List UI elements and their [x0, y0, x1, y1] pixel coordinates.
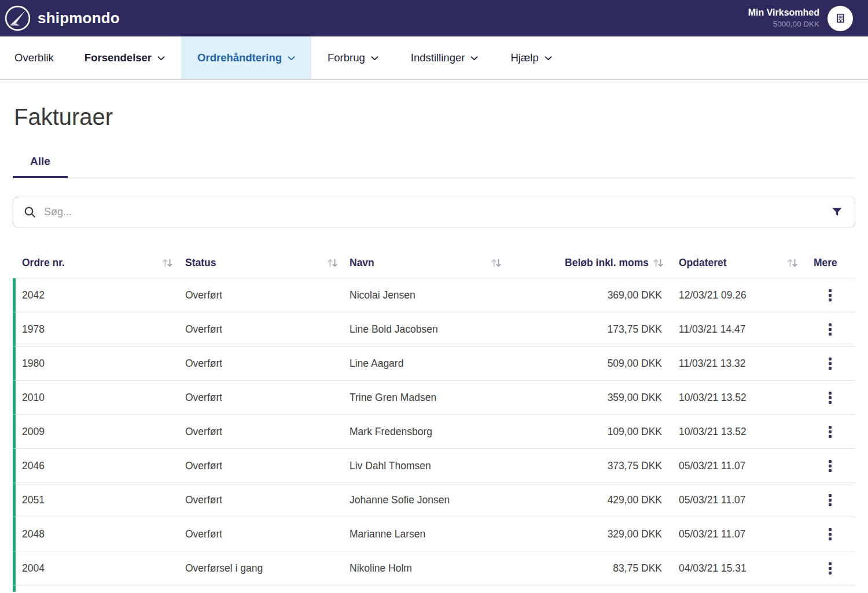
row-more-button[interactable]: [822, 319, 838, 340]
row-more-button[interactable]: [822, 422, 838, 442]
cell-updated: 11/03/21 13.32: [665, 358, 804, 370]
cell-amount: 373,75 DKK: [509, 460, 665, 472]
cell-amount: 173,75 DKK: [509, 323, 665, 336]
column-header-order_no[interactable]: Ordre nr.: [13, 257, 185, 269]
nav-item-forsendelser[interactable]: Forsendelser: [68, 36, 181, 79]
row-more-button[interactable]: [822, 456, 838, 476]
filter-icon: [832, 208, 842, 216]
cell-order_no: 2046: [16, 460, 185, 472]
cell-status: Overført: [185, 392, 350, 404]
cell-order_no: 2009: [16, 426, 185, 438]
table-row[interactable]: 2046OverførtLiv Dahl Thomsen373,75 DKK05…: [13, 449, 855, 483]
cell-updated: 12/03/21 09.26: [665, 289, 804, 301]
nav-item-label: Overblik: [14, 51, 54, 64]
table-row[interactable]: 1978OverførtLine Bold Jacobsen173,75 DKK…: [13, 312, 855, 347]
account-balance: 5000,00 DKK: [748, 20, 819, 30]
cell-amount: 359,00 DKK: [509, 392, 665, 404]
cell-order_no: 2048: [16, 528, 185, 540]
invoices-table: Ordre nr.StatusNavnBeløb inkl. momsOpdat…: [13, 248, 855, 592]
cell-name: Nicolai Jensen: [350, 289, 509, 301]
cell-order_no: 2010: [16, 392, 185, 404]
row-more-button[interactable]: [822, 490, 838, 510]
filter-button[interactable]: [830, 205, 844, 219]
sort-icon[interactable]: [652, 257, 664, 268]
cell-more: [804, 285, 855, 305]
cell-name: Johanne Sofie Jonsen: [350, 494, 509, 506]
cell-more: [804, 490, 855, 510]
chevron-down-icon: [157, 56, 165, 61]
table-row[interactable]: 2009OverførtMark Fredensborg109,00 DKK10…: [13, 415, 855, 449]
chevron-down-icon: [371, 56, 378, 61]
chevron-down-icon: [288, 56, 295, 61]
column-header-label: Status: [185, 257, 216, 269]
nav-item-overblik[interactable]: Overblik: [0, 36, 68, 79]
kebab-menu-icon: [828, 459, 832, 473]
column-header-amount[interactable]: Beløb inkl. moms: [509, 257, 665, 269]
cell-more: [804, 456, 855, 476]
column-header-label: Ordre nr.: [22, 257, 65, 269]
cell-order_no: 2051: [16, 494, 185, 506]
cell-amount: 509,00 DKK: [509, 358, 665, 370]
table-row[interactable]: 2010OverførtTrine Gren Madsen359,00 DKK1…: [13, 381, 855, 415]
cell-updated: 10/03/21 13.52: [665, 392, 804, 404]
kebab-menu-icon: [828, 562, 832, 575]
nav-item-label: Forbrug: [328, 51, 365, 64]
cell-status: Overført: [185, 289, 350, 301]
kebab-menu-icon: [828, 323, 832, 336]
cell-amount: 83,75 DKK: [509, 562, 665, 574]
cell-name: Line Bold Jacobsen: [350, 323, 509, 336]
table-header: Ordre nr.StatusNavnBeløb inkl. momsOpdat…: [13, 248, 855, 278]
nav-item-hjaelp[interactable]: Hjælp: [494, 36, 568, 79]
table-row-partial: [13, 585, 855, 592]
row-more-button[interactable]: [822, 353, 838, 374]
nav-item-ordrehandtering[interactable]: Ordrehåndtering: [181, 36, 311, 79]
sort-icon[interactable]: [490, 257, 502, 268]
row-more-button[interactable]: [822, 558, 838, 579]
chevron-down-icon: [470, 56, 478, 61]
cell-more: [804, 388, 855, 408]
table-row[interactable]: 2042OverførtNicolai Jensen369,00 DKK12/0…: [13, 278, 855, 312]
nav-item-forbrug[interactable]: Forbrug: [311, 36, 395, 79]
nav-item-label: Indstillinger: [411, 51, 465, 64]
chevron-down-icon: [545, 56, 552, 61]
kebab-menu-icon: [828, 357, 832, 370]
account-name: Min Virksomhed: [748, 7, 819, 19]
cell-updated: 05/03/21 11.07: [665, 528, 804, 540]
cell-updated: 05/03/21 11.07: [665, 460, 804, 472]
table-row[interactable]: 2004Overførsel i gangNikoline Holm83,75 …: [13, 551, 855, 585]
search-bar: [13, 197, 855, 227]
search-input[interactable]: [43, 205, 830, 219]
cell-amount: 329,00 DKK: [509, 528, 665, 540]
sort-icon[interactable]: [786, 257, 799, 268]
row-more-button[interactable]: [822, 524, 838, 544]
cell-name: Mark Fredensborg: [350, 426, 509, 438]
topbar: shipmondo Min Virksomhed 5000,00 DKK: [0, 0, 868, 36]
cell-order_no: 2004: [16, 562, 185, 574]
cell-status: Overført: [185, 528, 350, 540]
sort-icon[interactable]: [161, 257, 174, 268]
table-row[interactable]: 1980OverførtLine Aagard509,00 DKK11/03/2…: [13, 347, 855, 381]
nav-item-label: Forsendelser: [84, 51, 152, 64]
column-header-label: Beløb inkl. moms: [565, 257, 649, 269]
cell-more: [804, 353, 855, 374]
cell-updated: 05/03/21 11.07: [665, 494, 804, 506]
column-header-name[interactable]: Navn: [350, 257, 509, 269]
table-row[interactable]: 2048OverførtMarianne Larsen329,00 DKK05/…: [13, 517, 855, 551]
row-more-button[interactable]: [822, 285, 838, 305]
tab-alle[interactable]: Alle: [13, 146, 68, 178]
account-avatar-button[interactable]: [827, 6, 853, 31]
kebab-menu-icon: [828, 425, 832, 439]
page-title: Fakturaer: [14, 104, 855, 130]
cell-updated: 04/03/21 15.31: [665, 562, 804, 574]
shipmondo-logo-icon: [5, 5, 31, 31]
kebab-menu-icon: [828, 493, 832, 507]
column-header-status[interactable]: Status: [185, 257, 350, 269]
column-header-label: Mere: [814, 257, 837, 269]
nav-item-indstillinger[interactable]: Indstillinger: [395, 36, 495, 79]
kebab-menu-icon: [828, 528, 832, 541]
row-more-button[interactable]: [822, 388, 838, 408]
sort-icon[interactable]: [326, 257, 339, 268]
column-header-updated[interactable]: Opdateret: [665, 257, 804, 269]
cell-updated: 11/03/21 14.47: [665, 323, 804, 336]
table-row[interactable]: 2051OverførtJohanne Sofie Jonsen429,00 D…: [13, 483, 855, 517]
